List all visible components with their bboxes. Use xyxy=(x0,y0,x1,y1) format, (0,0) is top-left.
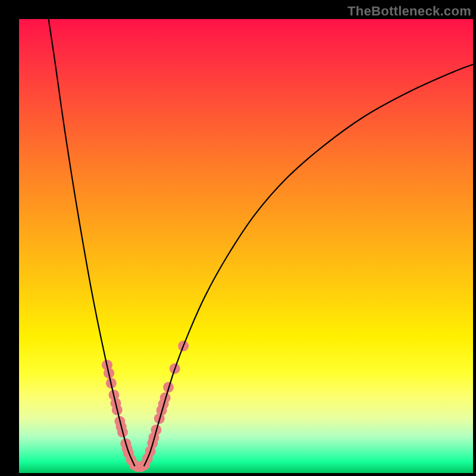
right-curve xyxy=(144,64,473,466)
plot-area xyxy=(19,19,473,473)
watermark-text: TheBottleneck.com xyxy=(347,4,471,19)
chart-svg xyxy=(19,19,473,473)
chart-container: TheBottleneck.com xyxy=(0,0,476,476)
scatter-dots xyxy=(102,340,189,472)
left-curve xyxy=(49,19,135,466)
